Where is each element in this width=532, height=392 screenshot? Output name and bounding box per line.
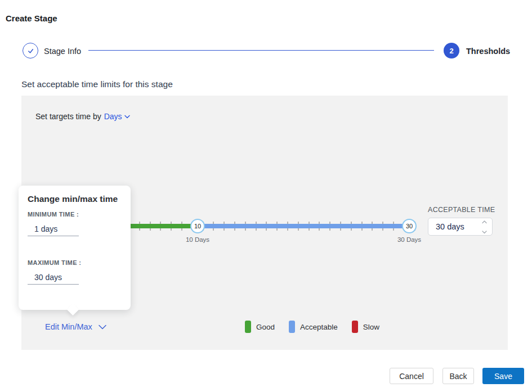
maximum-time-label: MAXIMUM TIME :: [28, 259, 81, 266]
legend-swatch-good: [245, 321, 251, 333]
legend-label-acceptable: Acceptable: [300, 323, 338, 331]
target-time-label: Set targets time by: [35, 112, 101, 121]
back-button[interactable]: Back: [442, 368, 474, 384]
legend-swatch-slow: [352, 321, 358, 333]
change-minmax-popup: Change min/max time MINIMUM TIME : MAXIM…: [19, 186, 131, 310]
acceptable-time-field: [428, 218, 493, 236]
popup-title: Change min/max time: [28, 194, 118, 204]
step-label-stage-info: Stage Info: [44, 47, 81, 56]
edit-minmax-label: Edit Min/Max: [45, 322, 92, 331]
maximum-time-input[interactable]: [28, 270, 79, 285]
legend-swatch-acceptable: [289, 321, 295, 333]
slider-handle-min-value: 10: [194, 223, 201, 229]
slider-min-label: 10 Days: [181, 236, 214, 243]
slider-handle-min[interactable]: 10: [190, 219, 205, 233]
slider-handle-max-value: 30: [406, 223, 413, 229]
step-number-badge: 2: [449, 47, 453, 55]
legend-item-slow: Slow: [352, 321, 379, 333]
create-stage-dialog: Create Stage Stage Info 2 Thresholds Set…: [0, 0, 532, 392]
slider-track-good-segment[interactable]: [123, 224, 198, 228]
acceptable-time-stepper[interactable]: [481, 220, 487, 234]
minimum-time-input[interactable]: [28, 222, 79, 236]
slider-max-label: 30 Days: [392, 236, 426, 243]
minimum-time-label: MINIMUM TIME :: [28, 211, 79, 218]
slider-track-acceptable-segment[interactable]: [198, 224, 409, 228]
legend: Good Acceptable Slow: [245, 321, 379, 333]
target-time-row: Set targets time by Days: [35, 112, 130, 121]
edit-minmax-link[interactable]: Edit Min/Max: [45, 322, 106, 331]
legend-item-acceptable: Acceptable: [289, 321, 338, 333]
target-time-unit-dropdown[interactable]: Days: [104, 112, 130, 121]
target-time-unit-value: Days: [104, 112, 122, 121]
slider-handle-max[interactable]: 30: [402, 219, 417, 233]
cancel-button[interactable]: Cancel: [390, 368, 433, 384]
legend-label-good: Good: [256, 323, 275, 331]
legend-item-good: Good: [245, 321, 275, 333]
legend-label-slow: Slow: [363, 323, 379, 331]
step-thresholds-circle[interactable]: 2: [444, 43, 459, 58]
chevron-down-icon[interactable]: [482, 231, 487, 234]
step-label-thresholds: Thresholds: [466, 47, 510, 56]
acceptable-time-input[interactable]: [436, 218, 481, 235]
step-stage-info-circle[interactable]: [23, 43, 38, 58]
chevron-up-icon[interactable]: [482, 220, 487, 224]
section-heading: Set acceptable time limits for this stag…: [21, 79, 173, 89]
page-title: Create Stage: [6, 13, 57, 23]
check-icon: [26, 47, 35, 55]
acceptable-time-label: ACCEPTABLE TIME: [428, 206, 495, 214]
save-button[interactable]: Save: [482, 368, 524, 384]
stepper-connector-line: [88, 50, 434, 51]
chevron-down-icon: [99, 325, 106, 330]
chevron-down-icon: [124, 115, 130, 119]
